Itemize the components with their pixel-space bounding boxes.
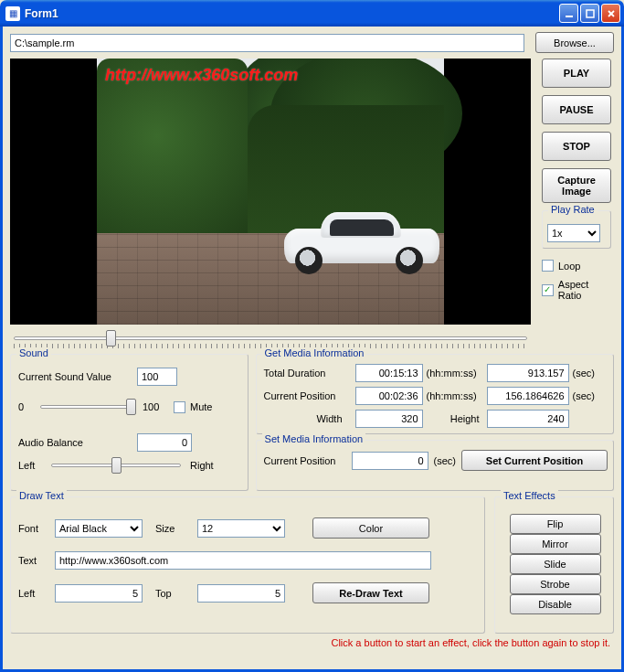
balance-input[interactable] (137, 433, 192, 452)
main-row: http://www.x360soft.com PLAY PAUSE STOP … (10, 59, 614, 325)
total-duration-sec[interactable] (487, 364, 569, 382)
redraw-text-button[interactable]: Re-Draw Text (312, 582, 429, 603)
play-rate-group: Play Rate 1x (542, 210, 611, 249)
media-height[interactable] (487, 410, 569, 428)
media-width[interactable] (355, 410, 423, 428)
text-effects-legend: Text Effects (501, 490, 558, 501)
close-button[interactable] (601, 4, 620, 23)
sound-value-input[interactable] (137, 368, 177, 386)
footer-message: Click a button to start an effect, click… (10, 637, 614, 648)
title-bar: ▦ Form1 (0, 0, 624, 27)
capture-image-button[interactable]: Capture Image (542, 168, 611, 203)
balance-left-label: Left (18, 460, 42, 471)
text-label: Text (18, 555, 55, 566)
set-media-legend: Set Media Information (262, 433, 366, 444)
effect-flip-button[interactable]: Flip (510, 514, 601, 534)
app-icon: ▦ (5, 6, 20, 21)
top-label: Top (155, 588, 197, 599)
svg-rect-1 (587, 10, 594, 17)
total-duration-hms[interactable] (355, 364, 423, 382)
right-controls: PLAY PAUSE STOP Capture Image Play Rate … (542, 59, 614, 325)
aspect-ratio-label: Aspect Ratio (558, 279, 614, 301)
total-duration-label: Total Duration (264, 368, 352, 379)
width-label: Width (264, 413, 352, 424)
left-label: Left (18, 588, 55, 599)
draw-text-input[interactable] (55, 551, 431, 570)
balance-right-label: Right (190, 460, 214, 471)
draw-text-legend: Draw Text (16, 490, 67, 501)
height-label: Height (427, 413, 483, 424)
effect-mirror-button[interactable]: Mirror (510, 534, 601, 554)
client-area: Browse... http://www.x360soft.com PLAY P… (0, 27, 624, 672)
sound-current-label: Current Sound Value (18, 371, 137, 382)
loop-row: Loop (542, 260, 614, 272)
text-effects-group: Text Effects Flip Mirror Slide Strobe Di… (494, 496, 614, 634)
file-path-input[interactable] (10, 34, 524, 52)
sec-hint-2: (sec) (573, 390, 604, 401)
sound-group: Sound Current Sound Value 0 100 Mute Aud… (10, 354, 249, 491)
sound-min-label: 0 (18, 401, 31, 412)
position-slider[interactable] (10, 328, 531, 348)
aspect-row: Aspect Ratio (542, 279, 614, 301)
current-position-sec[interactable] (487, 387, 569, 405)
current-position-hms[interactable] (355, 387, 423, 405)
browse-button[interactable]: Browse... (535, 32, 614, 53)
pause-button[interactable]: PAUSE (542, 95, 611, 124)
minimize-button[interactable] (559, 4, 578, 23)
mute-checkbox[interactable] (174, 401, 185, 413)
file-row: Browse... (10, 32, 614, 53)
font-label: Font (18, 523, 55, 534)
balance-label: Audio Balance (18, 437, 137, 448)
effect-strobe-button[interactable]: Strobe (510, 574, 601, 594)
position-slider-row (10, 328, 531, 348)
video-watermark: http://www.x360soft.com (105, 66, 298, 85)
size-label: Size (155, 523, 197, 534)
loop-label: Loop (558, 261, 580, 272)
sound-legend: Sound (16, 347, 51, 358)
video-preview: http://www.x360soft.com (10, 59, 531, 325)
maximize-button[interactable] (580, 4, 599, 23)
set-position-input[interactable] (352, 452, 428, 470)
aspect-ratio-checkbox[interactable] (542, 284, 554, 296)
video-frame (97, 59, 444, 325)
set-media-group: Set Media Information Current Position (… (256, 440, 614, 491)
svg-rect-0 (566, 16, 573, 17)
hms-hint-1: (hh:mm:ss) (427, 368, 483, 379)
play-button[interactable]: PLAY (542, 59, 611, 88)
get-media-legend: Get Media Information (262, 347, 367, 358)
mute-label: Mute (190, 401, 212, 412)
sec-hint-3: (sec) (434, 455, 456, 466)
draw-top-input[interactable] (197, 584, 285, 603)
draw-left-input[interactable] (55, 584, 143, 603)
size-select[interactable]: 12 (197, 519, 285, 538)
effect-slide-button[interactable]: Slide (510, 554, 601, 574)
color-button[interactable]: Color (312, 517, 429, 539)
set-position-button[interactable]: Set Current Position (461, 450, 608, 471)
balance-slider[interactable] (48, 455, 185, 475)
get-media-group: Get Media Information Total Duration (hh… (256, 354, 614, 434)
window-buttons (559, 4, 620, 23)
play-rate-select[interactable]: 1x (547, 224, 600, 242)
stop-button[interactable]: STOP (542, 132, 611, 161)
mid-row: Sound Current Sound Value 0 100 Mute Aud… (10, 354, 614, 491)
effect-disable-button[interactable]: Disable (510, 594, 601, 614)
font-select[interactable]: Arial Black (55, 519, 143, 538)
set-position-label: Current Position (264, 455, 346, 466)
sec-hint-1: (sec) (573, 368, 604, 379)
sound-max-label: 100 (143, 401, 166, 412)
window-title: Form1 (25, 7, 559, 20)
bottom-row: Draw Text Font Arial Black Size 12 Color… (10, 496, 614, 634)
play-rate-legend: Play Rate (548, 204, 598, 215)
draw-text-group: Draw Text Font Arial Black Size 12 Color… (10, 496, 485, 634)
hms-hint-2: (hh:mm:ss) (427, 390, 483, 401)
loop-checkbox[interactable] (542, 260, 554, 272)
volume-slider[interactable] (37, 397, 137, 417)
current-position-label: Current Position (264, 390, 352, 401)
